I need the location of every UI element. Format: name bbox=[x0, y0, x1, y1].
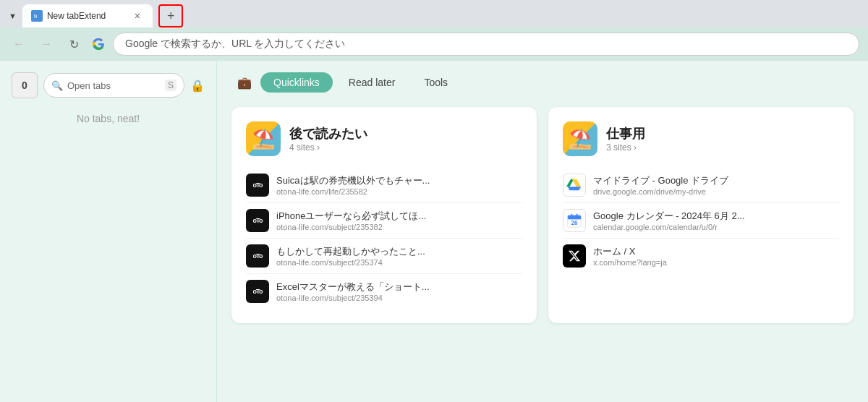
site-favicon: oTo bbox=[246, 244, 269, 268]
card-later-title: 後で読みたい bbox=[289, 125, 367, 142]
open-tabs-search[interactable]: 🔍 Open tabs S bbox=[43, 73, 184, 98]
card-work-icon: ⛱️ bbox=[563, 121, 597, 156]
site-info: Suicaは駅の券売機以外でもチャー... otona-life.com/lif… bbox=[276, 174, 522, 196]
site-url: otona-life.com/subject/235374 bbox=[276, 258, 522, 267]
sidebar: 0 🔍 Open tabs S 🔒 No tabs, neat! bbox=[0, 61, 217, 402]
site-url: x.com/home?lang=ja bbox=[593, 258, 839, 267]
list-item[interactable]: oTo Excelマスターが教える「ショート... otona-life.com… bbox=[246, 274, 522, 309]
card-later-header: ⛱️ 後で読みたい 4 sites › bbox=[246, 121, 522, 156]
tab-quicklinks[interactable]: Quicklinks bbox=[260, 72, 333, 93]
site-title: Suicaは駅の券売機以外でもチャー... bbox=[276, 174, 522, 187]
sidebar-header: 0 🔍 Open tabs S 🔒 bbox=[12, 72, 205, 98]
search-shortcut-badge: S bbox=[165, 80, 176, 91]
open-tabs-label: Open tabs bbox=[67, 80, 161, 91]
tab-count-badge[interactable]: 0 bbox=[12, 72, 38, 98]
search-icon: 🔍 bbox=[51, 80, 63, 91]
site-info: ホーム / X x.com/home?lang=ja bbox=[593, 245, 839, 267]
card-work-header: ⛱️ 仕事用 3 sites › bbox=[563, 121, 839, 156]
site-title: もしかして再起動しかやったこと... bbox=[276, 245, 522, 258]
tab-title: New tabExtend bbox=[47, 11, 127, 21]
x-favicon bbox=[563, 244, 586, 268]
site-title: Google カレンダー - 2024年 6月 2... bbox=[593, 210, 839, 223]
svg-text:26: 26 bbox=[571, 220, 578, 226]
site-url: otona-life.com/subject/235382 bbox=[276, 223, 522, 231]
omnibox[interactable]: Google で検索するか、URL を入力してください bbox=[113, 33, 859, 56]
card-work: ⛱️ 仕事用 3 sites › マイ bbox=[548, 107, 854, 323]
site-info: マイドライブ - Google ドライブ drive.google.com/dr… bbox=[593, 174, 839, 196]
list-item[interactable]: oTo iPhoneユーザーなら必ず試してほ... otona-life.com… bbox=[246, 203, 522, 239]
google-drive-favicon bbox=[563, 174, 586, 197]
site-url: otona-life.com/life/235582 bbox=[276, 187, 522, 196]
list-item[interactable]: ホーム / X x.com/home?lang=ja bbox=[563, 239, 839, 273]
site-favicon: oTo bbox=[246, 174, 269, 197]
site-info: Google カレンダー - 2024年 6月 2... calendar.go… bbox=[593, 210, 839, 231]
site-info: もしかして再起動しかやったこと... otona-life.com/subjec… bbox=[276, 245, 522, 267]
site-title: マイドライブ - Google ドライブ bbox=[593, 174, 839, 187]
omnibox-placeholder: Google で検索するか、URL を入力してください bbox=[125, 38, 345, 51]
site-favicon: oTo bbox=[246, 209, 269, 232]
omnibox-bar: ← → ↻ Google で検索するか、URL を入力してください bbox=[0, 27, 868, 61]
card-later-count[interactable]: 4 sites › bbox=[289, 142, 367, 153]
site-title: iPhoneユーザーなら必ず試してほ... bbox=[276, 210, 522, 223]
no-tabs-message: No tabs, neat! bbox=[12, 113, 205, 124]
forward-button[interactable]: → bbox=[36, 34, 56, 54]
tab-favicon: N bbox=[31, 10, 43, 22]
google-logo bbox=[91, 37, 106, 51]
site-title: Excelマスターが教える「ショート... bbox=[276, 281, 522, 294]
main-content: 0 🔍 Open tabs S 🔒 No tabs, neat! 💼 Quick… bbox=[0, 61, 868, 402]
lock-button[interactable]: 🔒 bbox=[190, 79, 205, 93]
briefcase-icon-button[interactable]: 💼 bbox=[231, 73, 258, 93]
site-url: otona-life.com/subject/235394 bbox=[276, 294, 522, 302]
back-button[interactable]: ← bbox=[9, 34, 29, 54]
right-panel: 💼 Quicklinks Read later Tools ⛱️ 後で読みたい … bbox=[217, 61, 868, 402]
svg-text:N: N bbox=[33, 14, 37, 19]
new-tab-button[interactable]: + bbox=[158, 4, 184, 27]
card-grid: ⛱️ 後で読みたい 4 sites › oTo Suicaは駅の券売機以外でもチ… bbox=[231, 107, 854, 323]
list-item[interactable]: マイドライブ - Google ドライブ drive.google.com/dr… bbox=[563, 168, 839, 203]
card-later-icon: ⛱️ bbox=[246, 121, 281, 156]
card-work-title: 仕事用 bbox=[606, 125, 645, 142]
site-url: drive.google.com/drive/my-drive bbox=[593, 187, 839, 196]
list-item[interactable]: oTo Suicaは駅の券売機以外でもチャー... otona-life.com… bbox=[246, 168, 522, 203]
site-favicon: oTo bbox=[246, 280, 269, 303]
site-info: iPhoneユーザーなら必ず試してほ... otona-life.com/sub… bbox=[276, 210, 522, 231]
reload-button[interactable]: ↻ bbox=[64, 34, 84, 54]
tab-close-button[interactable]: × bbox=[131, 9, 144, 22]
card-later: ⛱️ 後で読みたい 4 sites › oTo Suicaは駅の券売機以外でもチ… bbox=[231, 107, 537, 323]
google-calendar-favicon: 26 bbox=[563, 209, 586, 232]
tab-read-later[interactable]: Read later bbox=[336, 72, 409, 93]
active-tab: N New tabExtend × bbox=[22, 4, 153, 27]
new-tab-plus-icon: + bbox=[167, 9, 175, 24]
tab-navigation: 💼 Quicklinks Read later Tools bbox=[231, 72, 854, 93]
site-title: ホーム / X bbox=[593, 245, 839, 258]
tab-dropdown-button[interactable]: ▼ bbox=[6, 9, 20, 23]
svg-rect-4 bbox=[568, 218, 581, 219]
list-item[interactable]: 26 Google カレンダー - 2024年 6月 2... calendar… bbox=[563, 203, 839, 239]
site-info: Excelマスターが教える「ショート... otona-life.com/sub… bbox=[276, 281, 522, 302]
list-item[interactable]: oTo もしかして再起動しかやったこと... otona-life.com/su… bbox=[246, 239, 522, 274]
card-work-count[interactable]: 3 sites › bbox=[606, 142, 645, 153]
tab-tools[interactable]: Tools bbox=[411, 72, 461, 93]
site-url: calendar.google.com/calendar/u/0/r bbox=[593, 223, 839, 231]
